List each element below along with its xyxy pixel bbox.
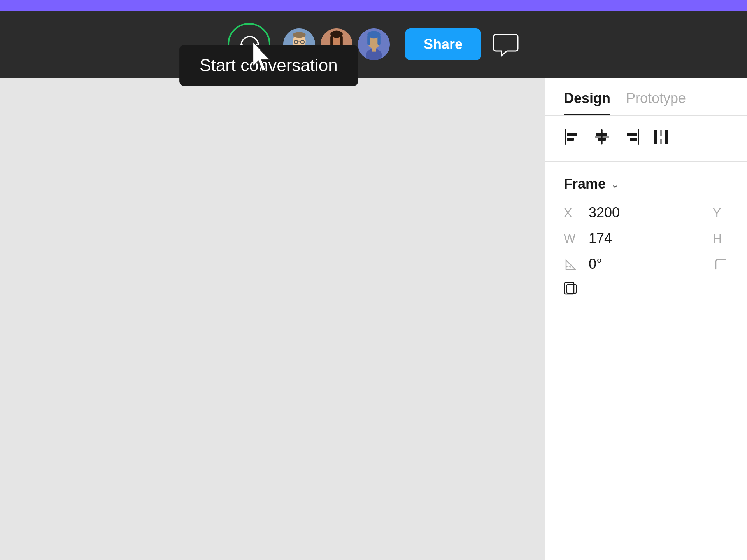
svg-rect-35	[630, 138, 637, 141]
share-button-label: Share	[424, 36, 463, 52]
tab-design-label: Design	[564, 90, 610, 106]
angle-value[interactable]: 0°	[589, 256, 703, 272]
clip-content-icon	[564, 282, 587, 296]
svg-rect-36	[654, 130, 657, 144]
top-bar	[0, 0, 747, 11]
toolbar: Start conversation	[0, 11, 747, 78]
svg-rect-27	[567, 138, 574, 141]
svg-rect-41	[567, 285, 576, 293]
w-label: W	[564, 231, 579, 246]
frame-title: Frame	[564, 176, 606, 192]
angle-row: 0°	[564, 256, 728, 272]
align-tools	[545, 116, 747, 162]
canvas-area[interactable]	[0, 78, 545, 560]
tooltip-wrapper: Start conversation	[179, 45, 358, 86]
svg-marker-2	[253, 42, 269, 71]
tab-prototype-label: Prototype	[626, 90, 686, 106]
svg-rect-39	[665, 130, 668, 144]
distribute-icon[interactable]	[652, 128, 670, 149]
frame-header: Frame ⌄	[564, 176, 728, 192]
svg-rect-21	[367, 35, 370, 45]
align-center-h-icon[interactable]	[593, 128, 610, 149]
x-label: X	[564, 206, 579, 220]
tab-prototype[interactable]: Prototype	[626, 90, 686, 116]
chat-icon-button[interactable]	[492, 31, 519, 58]
chat-icon	[492, 31, 519, 58]
svg-point-5	[293, 32, 306, 38]
y-label: Y	[713, 206, 728, 220]
align-left-icon[interactable]	[564, 128, 581, 149]
w-value[interactable]: 174	[589, 230, 703, 247]
x-value[interactable]: 3200	[589, 205, 703, 221]
avatar-user3	[357, 27, 391, 61]
svg-rect-26	[567, 133, 577, 136]
frame-chevron-icon[interactable]: ⌄	[610, 178, 619, 191]
share-button[interactable]: Share	[405, 28, 481, 60]
avatar-user3-image	[358, 27, 390, 61]
frame-section: Frame ⌄ X 3200 Y W 174 H 0°	[545, 162, 747, 310]
svg-rect-22	[377, 35, 380, 45]
svg-rect-40	[565, 282, 574, 294]
corner-radius-icon	[713, 256, 728, 272]
w-field-row: W 174 H	[564, 230, 728, 247]
headphone-button[interactable]: Start conversation	[228, 23, 270, 66]
main-content: Design Prototype	[0, 78, 747, 560]
panel-tabs: Design Prototype	[545, 78, 747, 116]
angle-icon	[564, 256, 579, 272]
clip-row	[564, 282, 728, 296]
h-label: H	[713, 231, 728, 246]
align-right-icon[interactable]	[623, 128, 640, 149]
cursor-svg	[250, 42, 273, 73]
toolbar-center: Start conversation	[228, 23, 519, 66]
x-field-row: X 3200 Y	[564, 205, 728, 221]
tab-design[interactable]: Design	[564, 90, 610, 116]
svg-rect-34	[627, 133, 637, 136]
cursor	[250, 42, 273, 74]
svg-rect-24	[372, 48, 376, 51]
right-panel: Design Prototype	[545, 78, 747, 560]
